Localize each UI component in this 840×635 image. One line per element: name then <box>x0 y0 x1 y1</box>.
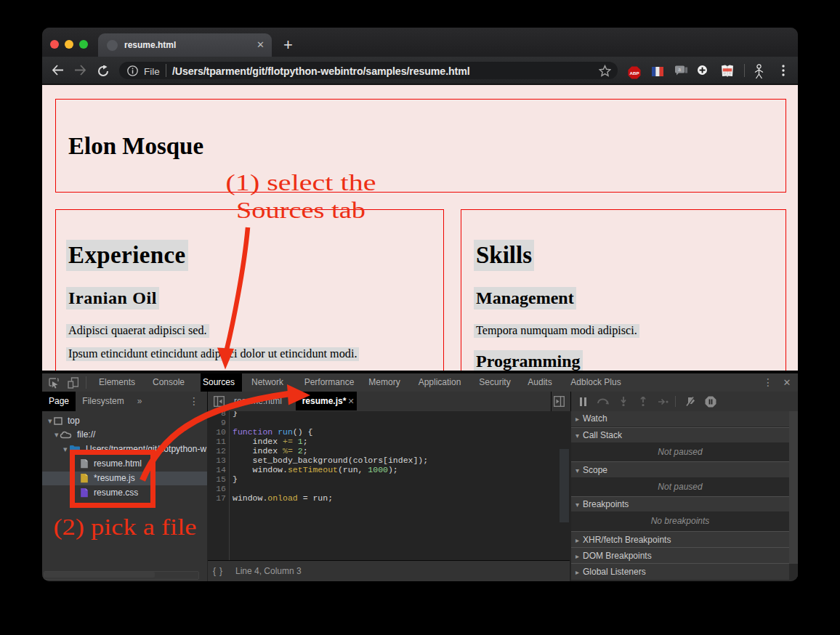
svg-text:ABP: ABP <box>629 70 639 76</box>
svg-text:a: a <box>678 67 681 72</box>
